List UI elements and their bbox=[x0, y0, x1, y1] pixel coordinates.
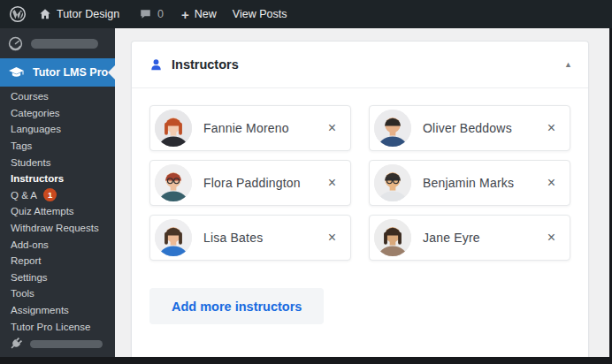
sidebar-item[interactable]: Report bbox=[0, 253, 115, 269]
active-item-label: Tutor LMS Pro bbox=[33, 66, 108, 79]
instructor-card: Flora Paddington × bbox=[149, 160, 351, 206]
sidebar-item[interactable]: Withdraw Requests bbox=[0, 220, 115, 237]
panel-collapse-button[interactable]: ▲ bbox=[561, 57, 576, 72]
instructor-card: Fannie Moreno × bbox=[149, 105, 351, 151]
panel-header: Instructors ▲ bbox=[132, 42, 588, 88]
remove-instructor-button[interactable]: × bbox=[546, 176, 557, 190]
view-posts-menu[interactable]: View Posts bbox=[233, 8, 287, 20]
avatar bbox=[155, 110, 192, 147]
sidebar-item-plugins[interactable] bbox=[0, 337, 103, 351]
close-icon: × bbox=[328, 230, 336, 245]
remove-instructor-button[interactable]: × bbox=[326, 176, 338, 190]
add-more-instructors-button[interactable]: Add more instructors bbox=[149, 288, 324, 324]
comment-bubble-icon bbox=[139, 8, 152, 20]
avatar bbox=[374, 110, 411, 147]
remove-instructor-button[interactable]: × bbox=[326, 121, 338, 135]
sidebar-item[interactable]: Add-ons bbox=[0, 236, 115, 253]
notification-badge: 1 bbox=[43, 188, 57, 201]
sidebar-item[interactable]: Students bbox=[0, 154, 115, 171]
comments-menu[interactable]: 0 bbox=[139, 8, 164, 20]
close-icon: × bbox=[547, 230, 555, 245]
plus-icon: + bbox=[181, 8, 189, 21]
blurred-menu-label bbox=[31, 39, 98, 49]
close-icon: × bbox=[328, 120, 336, 135]
comments-count: 0 bbox=[157, 8, 164, 20]
sidebar-item[interactable]: Tutor Pro License bbox=[0, 318, 115, 335]
sidebar-item[interactable]: Tags bbox=[0, 138, 115, 155]
remove-instructor-button[interactable]: × bbox=[546, 121, 557, 135]
sidebar-item[interactable]: Categories bbox=[0, 105, 115, 122]
admin-bar: Tutor Design 0 + New View Posts bbox=[0, 0, 612, 28]
graduation-cap-icon bbox=[8, 66, 25, 80]
main-content: Instructors ▲ bbox=[115, 28, 609, 357]
instructor-name: Lisa Bates bbox=[203, 231, 263, 245]
sidebar-item[interactable]: Instructors bbox=[0, 171, 115, 187]
avatar bbox=[374, 219, 411, 256]
sidebar-item[interactable]: Quiz Attempts bbox=[0, 203, 115, 220]
new-menu[interactable]: + New bbox=[181, 8, 217, 21]
sidebar-item[interactable]: Tools bbox=[0, 285, 115, 302]
instructor-name: Jane Eyre bbox=[423, 231, 480, 245]
sidebar-menu: Courses Categories Languages Tags Studen… bbox=[0, 87, 115, 335]
instructor-card: Benjamin Marks × bbox=[369, 160, 570, 206]
instructor-name: Oliver Beddows bbox=[423, 121, 512, 135]
sidebar-item[interactable]: Assignments bbox=[0, 302, 115, 319]
instructor-card: Jane Eyre × bbox=[369, 215, 570, 261]
close-icon: × bbox=[328, 175, 336, 190]
site-menu[interactable]: Tutor Design bbox=[39, 8, 119, 20]
close-icon: × bbox=[547, 175, 555, 190]
close-icon: × bbox=[547, 120, 555, 135]
instructor-name: Fannie Moreno bbox=[203, 121, 289, 135]
plugin-icon bbox=[9, 337, 23, 351]
instructor-name: Benjamin Marks bbox=[423, 176, 514, 190]
remove-instructor-button[interactable]: × bbox=[546, 231, 557, 245]
sidebar-item[interactable]: Languages bbox=[0, 121, 115, 138]
wordpress-admin-screen: Tutor Design 0 + New View Posts bbox=[0, 0, 612, 364]
panel-body: Fannie Moreno × bbox=[132, 88, 588, 324]
sidebar-item-dashboard[interactable] bbox=[0, 28, 115, 58]
sidebar-item[interactable]: Q & A 1 bbox=[0, 187, 115, 204]
remove-instructor-button[interactable]: × bbox=[326, 231, 338, 245]
chevron-up-icon: ▲ bbox=[564, 60, 572, 69]
instructor-card: Lisa Bates × bbox=[149, 215, 351, 261]
avatar bbox=[155, 164, 192, 201]
instructors-panel: Instructors ▲ bbox=[131, 41, 589, 357]
sidebar-item[interactable]: Courses bbox=[0, 88, 115, 105]
instructor-cards: Fannie Moreno × bbox=[149, 105, 570, 261]
instructor-name: Flora Paddington bbox=[203, 176, 301, 190]
panel-title: Instructors bbox=[172, 57, 239, 72]
sidebar-item-tutor-lms-pro[interactable]: Tutor LMS Pro bbox=[0, 58, 115, 87]
home-icon bbox=[39, 8, 51, 20]
dashboard-gauge-icon bbox=[8, 36, 23, 51]
site-name: Tutor Design bbox=[57, 8, 119, 20]
wordpress-logo-icon[interactable] bbox=[9, 5, 27, 23]
instructor-user-icon bbox=[149, 58, 163, 72]
blurred-menu-label bbox=[30, 340, 103, 348]
avatar bbox=[374, 164, 411, 201]
sidebar: Tutor LMS Pro Courses Categories Languag… bbox=[0, 28, 115, 357]
new-label: New bbox=[195, 8, 217, 20]
avatar bbox=[155, 219, 192, 256]
sidebar-item[interactable]: Settings bbox=[0, 269, 115, 286]
instructor-card: Oliver Beddows × bbox=[369, 105, 570, 151]
